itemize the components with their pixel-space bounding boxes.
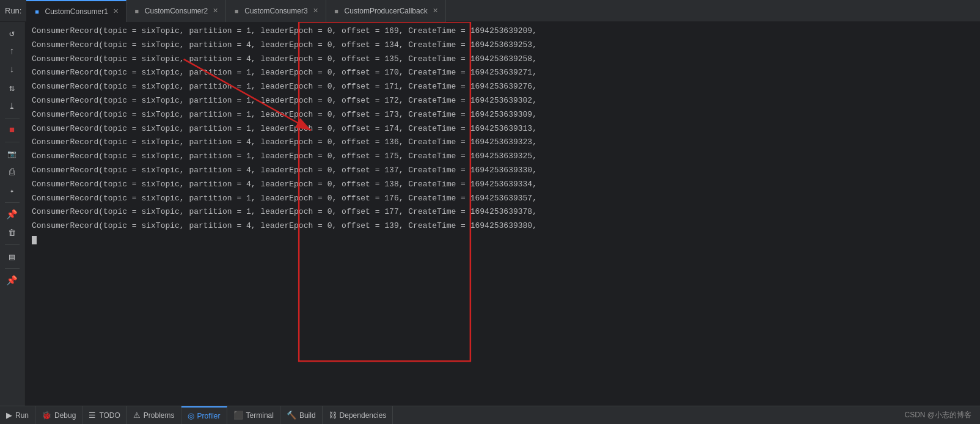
pin2-button[interactable]: 📌 (2, 272, 22, 289)
toolbar-separator-5 (5, 268, 20, 269)
screenshot-button[interactable]: 📷 (2, 145, 22, 163)
bottom-tab-run[interactable]: ▶ Run (0, 406, 35, 424)
toolbar-separator-3 (5, 202, 20, 203)
watermark: CSDN @小志的博客 (904, 410, 980, 420)
bottom-tab-build-label: Build (299, 411, 316, 420)
todo-icon: ☰ (89, 411, 96, 420)
run-icon: ▶ (6, 411, 12, 420)
profiler-icon: ◎ (188, 411, 194, 420)
toolbar-separator-2 (5, 142, 20, 142)
bottom-tab-todo-label: TODO (99, 411, 120, 420)
sort-button[interactable]: ⇅ (2, 79, 22, 97)
console-line: ConsumerRecord(topic = sixTopic, partiti… (24, 136, 980, 150)
layers-button[interactable]: ▤ (2, 248, 22, 265)
console-line: ConsumerRecord(topic = sixTopic, partiti… (24, 205, 980, 219)
toolbar-separator-4 (5, 244, 20, 245)
java-icon-4: ■ (332, 7, 341, 15)
main-area: ↺ ↑ ↓ ⇅ ⤓ ■ 📷 ⎙ ✦ 📌 🗑 ▤ 📌 ConsumerRecord… (0, 22, 980, 406)
console-area[interactable]: ConsumerRecord(topic = sixTopic, partiti… (24, 22, 980, 250)
bottom-tab-debug-label: Debug (54, 411, 76, 420)
tab-custom-producer-callback[interactable]: ■ CustomProducerCallback ✕ (326, 0, 446, 22)
console-line: ConsumerRecord(topic = sixTopic, partiti… (24, 219, 980, 233)
console-cursor-line (24, 233, 980, 247)
tab-custom-consumer2[interactable]: ■ CustomConsumer2 ✕ (126, 0, 226, 22)
java-icon-2: ■ (133, 7, 141, 15)
dependencies-icon: ⛓ (329, 411, 337, 420)
bottom-tab-dependencies[interactable]: ⛓ Dependencies (323, 406, 393, 424)
console-line: ConsumerRecord(topic = sixTopic, partiti… (24, 192, 980, 206)
console-line: ConsumerRecord(topic = sixTopic, partiti… (24, 53, 980, 67)
bottom-tab-problems[interactable]: ⚠ Problems (127, 406, 181, 424)
debug-icon: 🐞 (42, 411, 51, 420)
format-button[interactable]: ✦ (2, 182, 22, 199)
console-line: ConsumerRecord(topic = sixTopic, partiti… (24, 108, 980, 122)
run-label: Run: (0, 6, 26, 15)
bottom-tab-dependencies-label: Dependencies (340, 411, 387, 420)
console-line: ConsumerRecord(topic = sixTopic, partiti… (24, 122, 980, 136)
rerun-button[interactable]: ↺ (2, 24, 22, 42)
sort2-button[interactable]: ⤓ (2, 98, 22, 115)
bottom-tab-terminal-label: Terminal (246, 411, 274, 420)
java-icon: ■ (32, 7, 41, 16)
tab-label-2: CustomConsumer2 (145, 7, 208, 15)
tab-close-button[interactable]: ✕ (112, 6, 120, 16)
console-wrapper: ConsumerRecord(topic = sixTopic, partiti… (24, 22, 980, 406)
tab-label-3: CustomConsumer3 (244, 7, 307, 15)
tab-label: CustomConsumer1 (45, 7, 108, 16)
tab-custom-consumer3[interactable]: ■ CustomConsumer3 ✕ (226, 0, 326, 22)
java-icon-3: ■ (232, 7, 241, 15)
tab-close-button-2[interactable]: ✕ (211, 5, 219, 16)
terminal-icon: ⬛ (233, 411, 243, 420)
tab-close-button-4[interactable]: ✕ (431, 5, 439, 16)
console-line: ConsumerRecord(topic = sixTopic, partiti… (24, 66, 980, 80)
console-line: ConsumerRecord(topic = sixTopic, partiti… (24, 164, 980, 178)
trash-button[interactable]: 🗑 (2, 224, 22, 241)
console-line: ConsumerRecord(topic = sixTopic, partiti… (24, 178, 980, 192)
bottom-tab-profiler-label: Profiler (197, 412, 221, 420)
bottom-tab-terminal[interactable]: ⬛ Terminal (227, 406, 280, 424)
console-line: ConsumerRecord(topic = sixTopic, partiti… (24, 94, 980, 108)
text-cursor (32, 236, 37, 244)
console-line: ConsumerRecord(topic = sixTopic, partiti… (24, 24, 980, 38)
problems-icon: ⚠ (133, 411, 141, 420)
bottom-tab-run-label: Run (15, 411, 29, 420)
console-line: ConsumerRecord(topic = sixTopic, partiti… (24, 150, 980, 164)
left-toolbar: ↺ ↑ ↓ ⇅ ⤓ ■ 📷 ⎙ ✦ 📌 🗑 ▤ 📌 (0, 22, 24, 406)
build-icon: 🔨 (287, 411, 296, 420)
bottom-tab-debug[interactable]: 🐞 Debug (35, 406, 82, 424)
bottom-tab-profiler[interactable]: ◎ Profiler (181, 406, 227, 424)
tab-bar: Run: ■ CustomConsumer1 ✕ ■ CustomConsume… (0, 0, 980, 22)
pin-button[interactable]: 📌 (2, 206, 22, 223)
console-line: ConsumerRecord(topic = sixTopic, partiti… (24, 80, 980, 94)
print-button[interactable]: ⎙ (2, 164, 22, 181)
toolbar-separator-1 (5, 118, 20, 119)
tab-label-4: CustomProducerCallback (345, 7, 428, 15)
bottom-tab-build[interactable]: 🔨 Build (280, 406, 323, 424)
console-line: ConsumerRecord(topic = sixTopic, partiti… (24, 38, 980, 53)
tab-custom-consumer1[interactable]: ■ CustomConsumer1 ✕ (26, 0, 126, 22)
bottom-tab-todo[interactable]: ☰ TODO (82, 406, 126, 424)
scroll-up-button[interactable]: ↑ (2, 43, 22, 60)
stop-button[interactable]: ■ (2, 122, 22, 139)
bottom-tab-problems-label: Problems (144, 411, 175, 420)
scroll-down-button[interactable]: ↓ (2, 61, 22, 78)
tab-close-button-3[interactable]: ✕ (312, 5, 320, 16)
bottom-bar: ▶ Run 🐞 Debug ☰ TODO ⚠ Problems ◎ Profil… (0, 406, 980, 424)
